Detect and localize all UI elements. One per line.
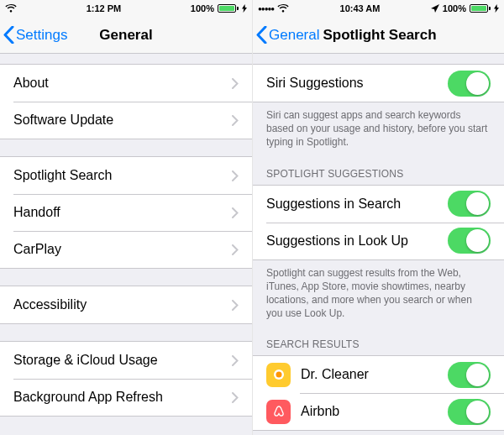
status-time: 10:43 AM: [340, 3, 381, 13]
row-label: Software Update: [13, 113, 232, 128]
right-phone: ●●●●● 10:43 AM 100% General Spotlight Se…: [252, 0, 504, 435]
svg-point-1: [276, 372, 281, 378]
row-about[interactable]: About: [0, 65, 252, 102]
chevron-right-icon: [232, 300, 239, 311]
back-label: Settings: [16, 27, 67, 44]
row-suggestions-in-lookup: Suggestions in Look Up: [253, 223, 504, 259]
row-label: Suggestions in Search: [266, 197, 448, 212]
row-accessibility[interactable]: Accessibility: [0, 286, 252, 323]
left-phone: 1:12 PM 100% Settings General About Soft…: [0, 0, 252, 435]
toggle-suggestions-in-search[interactable]: [448, 191, 491, 217]
row-label: Suggestions in Look Up: [266, 233, 448, 249]
row-spotlight-search[interactable]: Spotlight Search: [0, 157, 252, 194]
nav-bar: General Spotlight Search: [253, 17, 504, 54]
row-label: About: [13, 76, 232, 91]
row-handoff[interactable]: Handoff: [0, 194, 252, 231]
wifi-icon: [277, 4, 289, 13]
toggle-dr-cleaner[interactable]: [448, 362, 491, 388]
row-label: Storage & iCloud Usage: [13, 353, 232, 368]
nav-bar: Settings General: [0, 17, 252, 54]
scroll-main[interactable]: About Software Update Spotlight Search H…: [0, 54, 252, 435]
row-software-update[interactable]: Software Update: [0, 102, 252, 139]
row-dr-cleaner: Dr. Cleaner: [253, 356, 504, 393]
location-icon: [431, 4, 439, 13]
row-background-app-refresh[interactable]: Background App Refresh: [0, 379, 252, 416]
back-button[interactable]: General: [253, 26, 319, 44]
status-bar: 1:12 PM 100%: [0, 0, 252, 17]
chevron-right-icon: [232, 244, 239, 255]
chevron-right-icon: [232, 78, 239, 89]
row-siri-suggestions: Siri Suggestions: [253, 65, 504, 102]
status-bar: ●●●●● 10:43 AM 100%: [253, 0, 504, 17]
row-carplay[interactable]: CarPlay: [0, 231, 252, 268]
toggle-siri-suggestions[interactable]: [448, 71, 491, 97]
status-battery-pct: 100%: [443, 3, 466, 13]
chevron-right-icon: [232, 355, 239, 366]
section-header: SPOTLIGHT SUGGESTIONS: [253, 163, 504, 185]
chevron-right-icon: [232, 115, 239, 126]
charging-icon: [494, 4, 499, 13]
scroll-main[interactable]: Siri Suggestions Siri can suggest apps a…: [253, 54, 504, 435]
battery-icon: [218, 4, 239, 13]
chevron-right-icon: [232, 207, 239, 218]
chevron-left-icon: [256, 26, 267, 44]
row-storage-icloud[interactable]: Storage & iCloud Usage: [0, 342, 252, 379]
row-label: Accessibility: [13, 297, 232, 312]
row-label: Siri Suggestions: [266, 76, 448, 91]
row-suggestions-in-search: Suggestions in Search: [253, 186, 504, 223]
chevron-left-icon: [3, 26, 14, 44]
status-battery-pct: 100%: [191, 3, 214, 13]
app-icon-airbnb: [266, 400, 291, 424]
row-airbnb: Airbnb: [253, 393, 504, 430]
signal-icon: ●●●●●: [258, 5, 274, 13]
section-header: SEARCH RESULTS: [253, 333, 504, 355]
back-label: General: [269, 27, 319, 44]
row-label: Dr. Cleaner: [301, 367, 448, 382]
section-footer: Spotlight can suggest results from the W…: [253, 260, 504, 324]
row-label: Spotlight Search: [13, 168, 232, 183]
row-label: Handoff: [13, 205, 232, 220]
battery-icon: [470, 4, 491, 13]
toggle-airbnb[interactable]: [448, 399, 491, 425]
app-icon-dr-cleaner: [266, 363, 291, 387]
nav-title: Spotlight Search: [323, 27, 436, 44]
row-label: Background App Refresh: [13, 390, 232, 405]
back-button[interactable]: Settings: [0, 26, 67, 44]
status-time: 1:12 PM: [87, 3, 122, 13]
chevron-right-icon: [232, 392, 239, 403]
section-footer: Siri can suggest apps and search keyword…: [253, 102, 504, 153]
row-label: CarPlay: [13, 242, 232, 257]
row-label: Airbnb: [301, 404, 448, 419]
charging-icon: [242, 4, 247, 13]
toggle-suggestions-in-lookup[interactable]: [448, 228, 491, 254]
wifi-icon: [5, 4, 17, 13]
chevron-right-icon: [232, 170, 239, 181]
